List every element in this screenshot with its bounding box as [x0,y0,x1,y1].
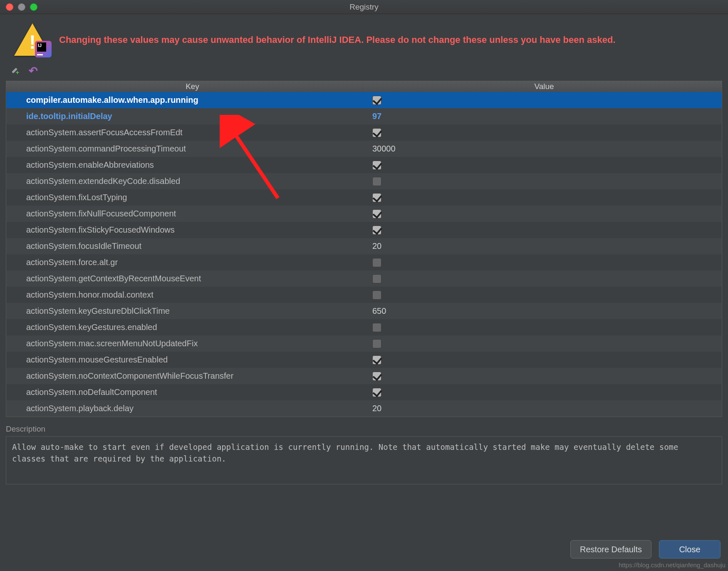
registry-key: actionSystem.noContextComponentWhileFocu… [19,371,366,381]
table-row[interactable]: ide.tooltip.initialDelay97 [6,108,722,124]
warning-text: Changing these values may cause unwanted… [59,34,616,46]
registry-value[interactable]: 30000 [366,144,722,154]
edit-button[interactable]: + [8,65,20,77]
table-row[interactable]: actionSystem.fixStickyFocusedWindows [6,222,722,238]
description-text: Allow auto-make to start even if develop… [6,436,722,484]
registry-value[interactable] [366,388,722,397]
dialog-footer: Restore Defaults Close [570,540,721,559]
registry-table: Key Value compiler.automake.allow.when.a… [6,81,722,417]
checkbox[interactable] [372,128,381,137]
checkbox[interactable] [372,290,381,300]
revert-button[interactable]: ↶ [27,65,39,77]
registry-value[interactable] [366,226,722,235]
table-row[interactable]: actionSystem.mac.screenMenuNotUpdatedFix [6,335,722,352]
checkbox[interactable] [372,274,381,283]
registry-key: actionSystem.force.alt.gr [19,258,366,267]
registry-key: actionSystem.noDefaultComponent [19,387,366,397]
table-row[interactable]: actionSystem.extendedKeyCode.disabled [6,173,722,189]
checkbox[interactable] [372,388,381,397]
registry-key: actionSystem.playback.delay [19,404,366,413]
registry-value[interactable] [366,177,722,186]
description-label: Description [6,425,722,434]
checkbox[interactable] [372,96,381,105]
table-row[interactable]: actionSystem.playback.delay20 [6,400,722,417]
registry-value[interactable] [366,274,722,283]
checkbox[interactable] [372,209,381,218]
registry-value[interactable]: 97 [366,112,722,121]
window-controls [0,3,37,11]
watermark: https://blog.csdn.net/qianfeng_dashuju [619,561,726,569]
table-row[interactable]: actionSystem.noDefaultComponent [6,384,722,400]
registry-toolbar: + ↶ [0,62,728,81]
registry-value[interactable] [366,258,722,267]
table-row[interactable]: actionSystem.mouseGesturesEnabled [6,352,722,368]
table-row[interactable]: actionSystem.honor.modal.context [6,287,722,303]
registry-key: actionSystem.focusIdleTimeout [19,241,366,251]
registry-value[interactable] [366,323,722,332]
description-section: Description Allow auto-make to start eve… [6,425,722,484]
registry-key: actionSystem.extendedKeyCode.disabled [19,176,366,186]
table-row[interactable]: actionSystem.noContextComponentWhileFocu… [6,368,722,384]
registry-value[interactable] [366,128,722,137]
table-row[interactable]: compiler.automake.allow.when.app.running [6,92,722,108]
registry-value[interactable] [366,96,722,105]
registry-key: actionSystem.honor.modal.context [19,290,366,300]
registry-key: actionSystem.mouseGesturesEnabled [19,355,366,365]
checkbox[interactable] [372,323,381,332]
undo-icon: ↶ [29,65,38,77]
checkbox[interactable] [372,372,381,381]
table-row[interactable]: actionSystem.getContextByRecentMouseEven… [6,271,722,287]
registry-key: actionSystem.keyGestures.enabled [19,323,366,332]
registry-value[interactable] [366,161,722,170]
registry-key: actionSystem.getContextByRecentMouseEven… [19,274,366,283]
registry-key: actionSystem.commandProcessingTimeout [19,144,366,154]
table-header: Key Value [6,81,722,92]
registry-key: actionSystem.enableAbbreviations [19,160,366,170]
checkbox[interactable] [372,177,381,186]
table-row[interactable]: actionSystem.fixNullFocusedComponent [6,206,722,222]
titlebar: Registry [0,0,728,14]
registry-value[interactable] [366,339,722,348]
registry-key: ide.tooltip.initialDelay [19,112,366,121]
window-title: Registry [0,2,728,12]
checkbox[interactable] [372,193,381,202]
column-header-key[interactable]: Key [19,82,366,91]
table-row[interactable]: actionSystem.focusIdleTimeout20 [6,238,722,254]
close-button[interactable]: Close [659,540,721,559]
checkbox[interactable] [372,226,381,235]
registry-key: actionSystem.mac.screenMenuNotUpdatedFix [19,339,366,348]
registry-key: actionSystem.fixNullFocusedComponent [19,209,366,218]
registry-key: actionSystem.fixStickyFocusedWindows [19,225,366,235]
registry-value[interactable]: 20 [366,241,722,251]
registry-value[interactable] [366,372,722,381]
table-row[interactable]: actionSystem.commandProcessingTimeout300… [6,141,722,157]
checkbox[interactable] [372,161,381,170]
registry-value[interactable]: 20 [366,404,722,413]
registry-value[interactable] [366,290,722,300]
registry-key: actionSystem.assertFocusAccessFromEdt [19,128,366,137]
table-row[interactable]: actionSystem.force.alt.gr [6,254,722,271]
table-row[interactable]: actionSystem.keyGestures.enabled [6,319,722,335]
registry-value[interactable] [366,355,722,365]
warning-icon: ! IJ [14,23,51,57]
zoom-window-icon[interactable] [30,3,37,11]
checkbox[interactable] [372,339,381,348]
table-row[interactable]: actionSystem.keyGestureDblClickTime650 [6,303,722,319]
registry-key: compiler.automake.allow.when.app.running [19,95,366,105]
table-row[interactable]: actionSystem.enableAbbreviations [6,157,722,173]
checkbox[interactable] [372,258,381,267]
table-row[interactable]: actionSystem.assertFocusAccessFromEdt [6,124,722,141]
checkbox[interactable] [372,355,381,365]
close-window-icon[interactable] [6,3,13,11]
minimize-window-icon[interactable] [18,3,25,11]
registry-value[interactable] [366,209,722,218]
intellij-badge-icon: IJ [35,41,52,57]
registry-value[interactable] [366,193,722,202]
table-row[interactable]: actionSystem.fixLostTyping [6,189,722,206]
registry-value[interactable]: 650 [366,306,722,316]
edit-icon: + [10,66,19,75]
column-header-value[interactable]: Value [366,82,722,91]
registry-key: actionSystem.fixLostTyping [19,193,366,202]
warning-banner: ! IJ Changing these values may cause unw… [0,14,728,62]
restore-defaults-button[interactable]: Restore Defaults [570,540,651,559]
